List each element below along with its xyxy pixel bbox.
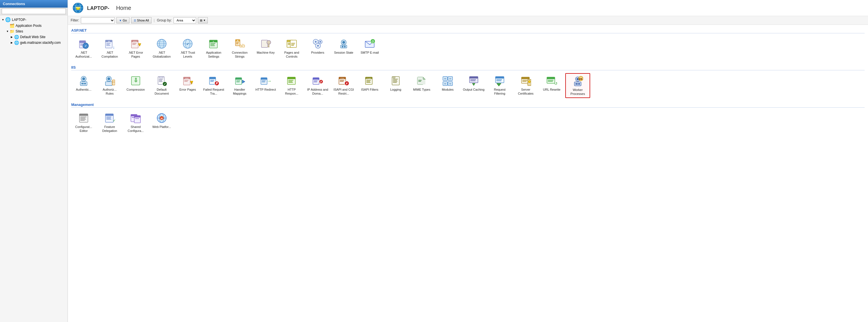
sidebar-item-laptop[interactable]: ▼🌐LAPTOP- bbox=[0, 17, 67, 23]
svg-rect-125 bbox=[313, 78, 319, 79]
sidebar-header: Connections bbox=[0, 0, 67, 8]
main-header: LAPTOP- Home bbox=[68, 0, 868, 16]
section-header-aspnet: ASP.NET bbox=[71, 28, 865, 33]
icon-item-net-compilation[interactable]: ⚙↓.NET Compilation bbox=[97, 36, 122, 61]
sidebar-tree: ▼🌐LAPTOP-🗂️Application Pools▼📁Sites▶🌐Def… bbox=[0, 15, 67, 322]
icon-item-authz-rules[interactable]: Authoriz... Rules bbox=[97, 73, 122, 98]
icon-item-worker-processes[interactable]: ▶▶Worker Processes bbox=[565, 73, 590, 98]
site-icon: 🌐 bbox=[14, 35, 19, 39]
icon-item-http-response[interactable]: HTTP Respon... bbox=[279, 73, 304, 98]
icon-item-handler-map[interactable]: Handler Mappings bbox=[227, 73, 252, 98]
icon-label-machine-key: Machine Key bbox=[257, 51, 275, 55]
icon-item-providers[interactable]: Providers bbox=[305, 36, 330, 61]
icon-item-pages-controls[interactable]: Pages and Controls bbox=[279, 36, 304, 61]
icon-item-web-platform[interactable]: WWeb Platfor... bbox=[149, 110, 174, 135]
net-trust-icon: ✓ bbox=[182, 38, 193, 50]
sidebar-search-input[interactable] bbox=[2, 8, 66, 14]
icon-item-conn-strings[interactable]: abConnection Strings bbox=[227, 36, 252, 61]
svg-rect-99 bbox=[184, 80, 188, 80]
tree-label: Sites bbox=[16, 29, 23, 33]
machine-key-icon bbox=[260, 38, 271, 50]
groupby-dropdown[interactable]: Area bbox=[174, 17, 196, 24]
icon-item-smtp-email[interactable]: @SMTP E-mail bbox=[357, 36, 382, 61]
icon-item-request-filtering[interactable]: Request Filtering bbox=[487, 73, 512, 98]
svg-marker-171 bbox=[497, 83, 501, 86]
icon-item-isapi-filters[interactable]: ISAPIISAPI Filters bbox=[357, 73, 382, 98]
svg-text:✗: ✗ bbox=[215, 82, 218, 85]
icon-item-config-editor[interactable]: Configurat... Editor bbox=[71, 110, 96, 135]
icon-item-isapi-cgi[interactable]: CGI✗ISAPI and CGI Restri... bbox=[331, 73, 356, 98]
svg-point-65 bbox=[319, 41, 321, 43]
icon-item-authentication[interactable]: Authentic... bbox=[71, 73, 96, 98]
icon-item-net-error-pages[interactable]: 404!.NET Error Pages bbox=[123, 36, 148, 61]
icon-label-net-trust: .NET Trust Levels bbox=[177, 51, 199, 59]
filter-label: Filter: bbox=[71, 19, 79, 22]
sidebar-item-sites[interactable]: ▼📁Sites bbox=[0, 29, 67, 34]
svg-rect-46 bbox=[236, 43, 238, 44]
view-toggle-button[interactable]: ⊞ ▼ bbox=[198, 17, 208, 24]
icon-label-default-doc: Default Document bbox=[151, 88, 173, 96]
icon-item-feature-delegation[interactable]: ✓Feature Delegation bbox=[97, 110, 122, 135]
icon-item-compression[interactable]: ⇩Compression bbox=[123, 73, 148, 98]
icon-item-http-redirect[interactable]: →HTTP Redirect bbox=[253, 73, 278, 98]
groupby-label: Group by: bbox=[157, 19, 172, 22]
tree-arrow: ▼ bbox=[6, 30, 10, 33]
icon-item-mime-types[interactable]: MIME Types bbox=[409, 73, 434, 98]
icon-item-error-pages[interactable]: 404!Error Pages bbox=[175, 73, 200, 98]
sidebar-item-gwb[interactable]: ▶🌐gwb.mattrazer.stackify.com bbox=[0, 40, 67, 45]
sidebar-item-apppools[interactable]: 🗂️Application Pools bbox=[0, 23, 67, 29]
svg-rect-144 bbox=[393, 76, 395, 78]
icon-label-ip-domain: IP Address and Doma... bbox=[307, 88, 329, 96]
svg-rect-127 bbox=[314, 82, 317, 82]
svg-rect-188 bbox=[578, 83, 578, 85]
icon-item-logging[interactable]: Logging bbox=[383, 73, 408, 98]
svg-rect-116 bbox=[262, 80, 266, 81]
icon-label-request-filtering: Request Filtering bbox=[489, 88, 511, 96]
svg-text:404: 404 bbox=[133, 40, 137, 43]
tree-arrow: ▶ bbox=[11, 41, 14, 44]
icon-item-app-settings[interactable]: ≡Application Settings bbox=[201, 36, 226, 61]
compression-icon: ⇩ bbox=[130, 75, 141, 87]
icon-item-session-state[interactable]: Session State bbox=[331, 36, 356, 61]
icon-item-net-auth[interactable]: ✓.NET Authorizat... bbox=[71, 36, 96, 61]
icon-grid-iis: Authentic...Authoriz... Rules⇩Compressio… bbox=[71, 73, 865, 98]
icon-item-failed-req[interactable]: ✗Failed Request Tra... bbox=[201, 73, 226, 98]
error-pages-icon: 404! bbox=[182, 75, 193, 87]
icon-label-app-settings: Application Settings bbox=[203, 51, 225, 59]
svg-rect-192 bbox=[80, 114, 88, 116]
svg-text:M: M bbox=[450, 83, 452, 85]
svg-rect-153 bbox=[418, 81, 421, 82]
icon-item-output-caching[interactable]: Output Caching bbox=[461, 73, 486, 98]
svg-rect-24 bbox=[132, 44, 136, 44]
toolbar: Filter: ▼ Go ☰ Show All | Group by: Area… bbox=[68, 16, 868, 25]
icon-item-machine-key[interactable]: Machine Key bbox=[253, 36, 278, 61]
icon-item-modules[interactable]: MMMMModules bbox=[435, 73, 460, 98]
net-auth-icon: ✓ bbox=[78, 38, 89, 50]
svg-text:✗: ✗ bbox=[320, 80, 322, 83]
filter-dropdown[interactable] bbox=[81, 17, 115, 24]
go-button[interactable]: ▼ Go bbox=[117, 17, 129, 24]
session-state-icon bbox=[338, 38, 349, 50]
svg-rect-105 bbox=[210, 80, 214, 80]
icon-item-net-trust[interactable]: ✓.NET Trust Levels bbox=[175, 36, 200, 61]
svg-text:!: ! bbox=[140, 44, 140, 46]
icon-item-url-rewrite[interactable]: ↺URL Rewrite bbox=[539, 73, 564, 98]
svg-rect-148 bbox=[393, 82, 397, 83]
icon-item-shared-config[interactable]: Shared Configura... bbox=[123, 110, 148, 135]
conn-strings-icon: ab bbox=[234, 38, 245, 50]
svg-rect-164 bbox=[470, 79, 476, 80]
svg-rect-60 bbox=[291, 45, 294, 46]
show-all-button[interactable]: ☰ Show All bbox=[131, 17, 152, 24]
svg-point-78 bbox=[82, 83, 83, 85]
icon-label-net-globalization: .NET Globalization bbox=[151, 51, 173, 59]
icon-label-authentication: Authentic... bbox=[76, 88, 91, 92]
icon-item-default-doc[interactable]: ✓Default Document bbox=[149, 73, 174, 98]
sidebar-item-defaultweb[interactable]: ▶🌐Default Web Site bbox=[0, 34, 67, 40]
svg-point-82 bbox=[107, 77, 110, 80]
url-rewrite-icon: ↺ bbox=[546, 75, 557, 87]
svg-rect-106 bbox=[210, 81, 214, 82]
sites-icon: 📁 bbox=[10, 29, 14, 34]
icon-item-net-globalization[interactable]: .NET Globalization bbox=[149, 36, 174, 61]
icon-item-server-certs[interactable]: Server Certificates bbox=[513, 73, 538, 98]
icon-item-ip-domain[interactable]: ✗IP Address and Doma... bbox=[305, 73, 330, 98]
